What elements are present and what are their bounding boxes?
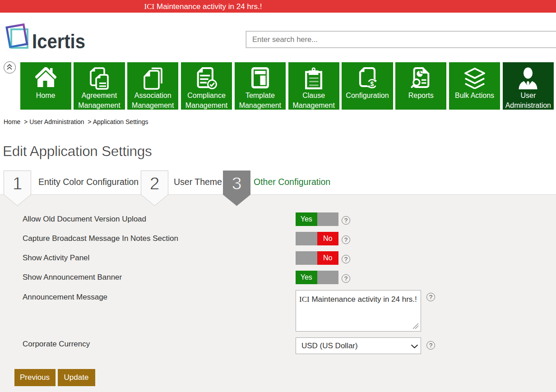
- svg-text:Icertis: Icertis: [32, 30, 85, 53]
- svg-text:$: $: [371, 80, 374, 88]
- svg-text:3: 3: [232, 174, 242, 193]
- svg-text:2: 2: [150, 174, 160, 193]
- svg-text:1: 1: [13, 174, 23, 193]
